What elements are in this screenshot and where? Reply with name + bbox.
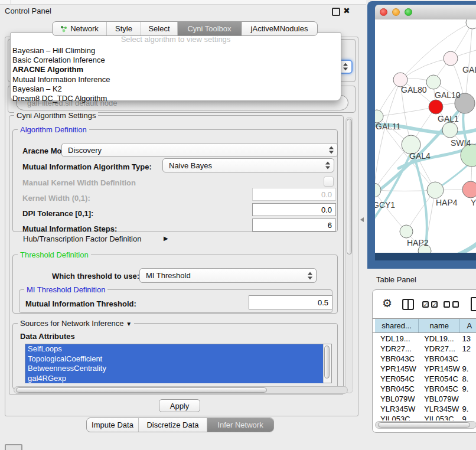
network-node[interactable]	[426, 75, 441, 89]
zoom-traffic-light[interactable]	[405, 8, 412, 16]
table-horizontal-scrollbar[interactable]	[375, 421, 476, 429]
mi-type-combobox[interactable]: Naive Bayes	[162, 158, 334, 172]
dropdown-item[interactable]: Bayesian – K2	[11, 84, 341, 94]
tab-impute-data[interactable]: Impute Data	[87, 418, 139, 432]
top-tabstrip: Network Style Select Cyni Toolbox jActiv…	[52, 21, 318, 36]
data-attributes-list[interactable]: SelfLoops TopologicalCoefficient Between…	[25, 344, 332, 383]
settings-horizontal-scrollbar[interactable]	[14, 386, 348, 394]
dropdown-item[interactable]: Mutual Information Inference	[11, 75, 341, 84]
settings-vertical-scrollbar[interactable]	[345, 117, 353, 393]
table-row[interactable]: YPR145WYPR145W9.	[373, 364, 476, 374]
network-edge	[375, 80, 400, 190]
network-node[interactable]	[466, 19, 476, 29]
table-rows: YDL19...YDL19...13YDR27...YDR27...12YBR0…	[373, 334, 476, 420]
network-node[interactable]	[375, 183, 381, 197]
mi-threshold-field[interactable]: 0.5	[249, 295, 332, 309]
tab-infer-network[interactable]: Infer Network	[207, 418, 273, 432]
close-icon[interactable]: ✖	[343, 5, 350, 16]
network-node[interactable]	[429, 100, 443, 114]
tab-infer-network-label: Infer Network	[217, 420, 263, 429]
table-row[interactable]: YBL079WYBL079W	[373, 394, 476, 404]
table-cell: YER054C	[419, 374, 460, 384]
column-header-name[interactable]: name	[419, 319, 460, 332]
table-horizontal-scrollbar-thumb[interactable]	[378, 422, 470, 428]
dropdown-item[interactable]: Basic Correlation Inference	[11, 56, 341, 65]
network-window-titlebar[interactable]	[375, 5, 476, 20]
toolbar-strip	[0, 0, 366, 5]
dropdown-item[interactable]: Dream8 DC_TDC Algorithm	[11, 94, 341, 103]
tab-discretize-data[interactable]: Discretize Data	[139, 418, 207, 432]
tab-select[interactable]: Select	[141, 22, 178, 35]
network-node[interactable]	[427, 182, 444, 198]
float-window-icon[interactable]	[332, 8, 340, 16]
list-item[interactable]: TopologicalCoefficient	[25, 354, 324, 364]
dpi-tolerance-field[interactable]: 0.0	[252, 203, 336, 216]
threshold-definition-groupbox: Threshold Definition Which threshold to …	[12, 255, 338, 314]
apply-button[interactable]: Apply	[159, 399, 200, 412]
tab-network[interactable]: Network	[53, 22, 107, 35]
network-node[interactable]	[400, 225, 413, 238]
dropdown-item[interactable]: Bayesian – Hill Climbing	[11, 46, 341, 56]
control-panel-title: Control Panel	[5, 6, 51, 15]
dropdown-item-selected[interactable]: ARACNE Algorithm	[11, 65, 341, 74]
checked-box-icon: ✓	[422, 301, 429, 308]
mi-steps-field[interactable]: 6	[252, 219, 336, 231]
table-row[interactable]: YBR045CYBR045C9.	[373, 384, 476, 394]
sources-groupbox: Sources for Network Inference ▼ Data Att…	[12, 323, 338, 389]
table-row[interactable]: YIL053CYIL053C9	[373, 414, 476, 420]
tab-cyni-toolbox[interactable]: Cyni Toolbox	[178, 22, 242, 35]
table-cell: YBL079W	[375, 394, 419, 404]
panel-resize-handle-icon[interactable]	[360, 217, 364, 222]
network-node[interactable]	[444, 51, 458, 66]
network-node-label: GCY1	[375, 200, 395, 210]
attributes-scrollbar-thumb[interactable]	[324, 345, 330, 379]
tab-jactivemnodules[interactable]: jActiveMNodules	[242, 22, 317, 35]
settings-vertical-scrollbar-thumb[interactable]	[347, 119, 352, 255]
which-threshold-combobox[interactable]: MI Threshold	[139, 268, 317, 283]
column-header-clipped[interactable]: A	[460, 319, 476, 332]
mi-steps-value: 6	[328, 221, 332, 230]
kernel-width-field[interactable]: 0.0	[252, 188, 336, 201]
manual-kernel-label: Manual Kernel Width Definition	[22, 178, 136, 187]
attributes-vertical-scrollbar[interactable]	[323, 344, 331, 383]
table-row[interactable]: YER054CYER054C8.	[373, 374, 476, 384]
collapse-down-icon[interactable]: ▼	[126, 321, 132, 327]
close-traffic-light[interactable]	[380, 8, 387, 16]
deselect-all-checkboxes-icon[interactable]	[444, 301, 459, 308]
network-svg: GALGAL80GAL10GAL1GAL11SWI4GAL4GCY1HAP4YH…	[375, 19, 476, 253]
expand-right-icon[interactable]: ▶	[164, 235, 168, 242]
aracne-mode-combobox[interactable]: Discovery	[61, 143, 338, 157]
network-canvas[interactable]: GALGAL80GAL10GAL1GAL11SWI4GAL4GCY1HAP4YH…	[375, 19, 476, 253]
network-edge	[400, 58, 451, 80]
minimized-panel-icon[interactable]	[5, 444, 22, 450]
table-row[interactable]: YBR043CYBR043C	[373, 354, 476, 364]
document-icon[interactable]	[471, 297, 476, 311]
network-node[interactable]	[442, 122, 458, 138]
list-item[interactable]: gal4RGexp	[25, 374, 324, 384]
manual-kernel-checkbox[interactable]	[324, 177, 334, 187]
table-cell: YBL079W	[419, 394, 460, 404]
network-node-label: GAL11	[376, 122, 401, 131]
table-cell: 9.	[461, 364, 476, 374]
minimize-traffic-light[interactable]	[392, 8, 400, 16]
list-item[interactable]: BetweennessCentrality	[25, 364, 324, 374]
network-node-label: GAL	[462, 65, 476, 74]
select-all-checkboxes-icon[interactable]: ✓ ✓	[422, 301, 438, 308]
gear-icon[interactable]: ⚙	[382, 296, 392, 310]
network-node[interactable]	[462, 181, 476, 198]
list-item[interactable]: SelfLoops	[25, 344, 324, 354]
table-row[interactable]: YDR27...YDR27...12	[373, 344, 476, 354]
column-header-shared-name[interactable]: shared...	[375, 319, 419, 332]
table-row[interactable]: YLR345WYLR345W9.	[373, 404, 476, 414]
network-window-bottom-shadow	[375, 253, 476, 260]
unchecked-box-icon	[444, 301, 450, 308]
dpi-tolerance-value: 0.0	[321, 206, 332, 214]
settings-horizontal-scrollbar-thumb[interactable]	[16, 387, 267, 393]
tab-style[interactable]: Style	[107, 22, 141, 35]
network-node-label: GAL80	[401, 85, 427, 94]
columns-icon[interactable]	[402, 299, 414, 310]
tab-style-label: Style	[115, 24, 132, 33]
table-row[interactable]: YDL19...YDL19...13	[373, 334, 476, 344]
network-node-label: GAL1	[438, 114, 459, 123]
mi-type-value: Naive Bayes	[169, 161, 212, 170]
